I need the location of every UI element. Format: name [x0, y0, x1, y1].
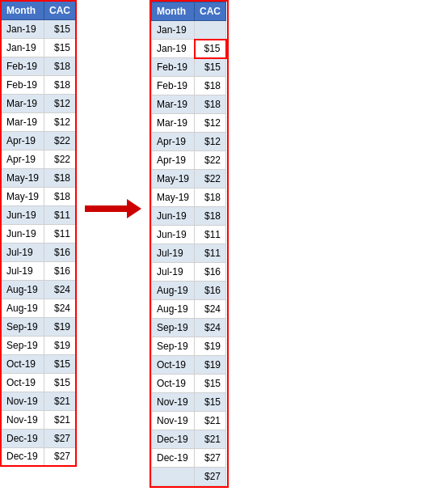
- table-row: Jun-19$11: [1, 224, 76, 243]
- table-row: Sep-19$24: [152, 319, 226, 337]
- cac-cell: $27: [44, 429, 77, 447]
- left-table: Month CAC Jan-19$15Jan-19$15Feb-19$18Feb…: [0, 0, 77, 467]
- month-cell: Oct-19: [1, 373, 44, 392]
- cac-cell: $18: [195, 95, 226, 114]
- month-cell: Feb-19: [152, 77, 195, 95]
- table-row: Jul-19$16: [1, 243, 76, 261]
- table-row: Dec-19$27: [1, 429, 76, 447]
- month-cell: Aug-19: [1, 280, 44, 299]
- table-row: Aug-19$24: [152, 300, 226, 319]
- table-row: Nov-19$21: [1, 392, 76, 410]
- month-cell: Feb-19: [1, 75, 44, 94]
- month-cell: Nov-19: [152, 412, 195, 430]
- cac-cell: $22: [195, 170, 226, 188]
- cac-cell: $16: [195, 263, 226, 282]
- table-row: Oct-19$19: [152, 356, 226, 375]
- month-cell: Feb-19: [1, 57, 44, 75]
- table-row: May-19$22: [152, 170, 226, 188]
- right-table-section: Month CAC Jan-19Jan-19$15Feb-19$15Feb-19…: [149, 0, 229, 488]
- table-row: Mar-19$12: [1, 112, 76, 131]
- cac-cell: $18: [195, 207, 226, 226]
- month-cell: Apr-19: [1, 131, 44, 150]
- month-cell: Jan-19: [152, 21, 195, 40]
- cac-cell: $16: [195, 282, 226, 300]
- month-cell: Dec-19: [1, 447, 44, 466]
- month-cell: Jul-19: [1, 243, 44, 261]
- cac-cell: $19: [44, 336, 77, 354]
- table-row: Jun-19$11: [1, 205, 76, 224]
- cac-cell: $15: [44, 38, 77, 57]
- month-cell: May-19: [152, 188, 195, 207]
- cac-cell: $11: [195, 244, 226, 263]
- table-row: Jan-19$15: [152, 40, 226, 58]
- month-cell: Sep-19: [1, 317, 44, 336]
- table-row: Oct-19$15: [1, 373, 76, 392]
- table-row: Oct-19$15: [152, 375, 226, 393]
- table-row: May-19$18: [1, 187, 76, 205]
- table-row: Nov-19$15: [152, 393, 226, 412]
- table-row: Dec-19$21: [152, 430, 226, 449]
- table-row: Sep-19$19: [152, 337, 226, 356]
- right-table: Month CAC Jan-19Jan-19$15Feb-19$15Feb-19…: [151, 2, 227, 486]
- month-cell: Aug-19: [152, 282, 195, 300]
- table-row: Aug-19$24: [1, 299, 76, 317]
- table-row: Jan-19: [152, 21, 226, 40]
- month-cell: Sep-19: [152, 319, 195, 337]
- cac-cell: $19: [195, 356, 226, 375]
- month-cell: Apr-19: [152, 133, 195, 151]
- month-cell: Mar-19: [152, 114, 195, 133]
- table-row: Oct-19$15: [1, 354, 76, 373]
- cac-cell: $18: [44, 75, 77, 94]
- cac-cell: $18: [44, 57, 77, 75]
- month-cell: May-19: [152, 170, 195, 188]
- table-row: Sep-19$19: [1, 336, 76, 354]
- table-row: Jul-19$16: [1, 261, 76, 280]
- cac-cell: $27: [195, 449, 226, 468]
- cac-cell: $12: [195, 114, 226, 133]
- month-cell: May-19: [1, 187, 44, 205]
- cac-cell: $15: [195, 393, 226, 412]
- table-row: Aug-19$16: [152, 282, 226, 300]
- cac-cell: $15: [195, 375, 226, 393]
- cac-cell: $19: [195, 337, 226, 356]
- month-cell: Jan-19: [1, 19, 44, 38]
- cac-cell: $22: [44, 131, 77, 150]
- cac-cell: $16: [44, 261, 77, 280]
- cac-cell: $15: [195, 40, 226, 58]
- cac-cell: $22: [44, 150, 77, 168]
- table-row: Feb-19$15: [152, 58, 226, 77]
- month-cell: Jun-19: [152, 226, 195, 244]
- cac-cell: $27: [44, 447, 77, 466]
- table-row: $27: [152, 468, 226, 486]
- table-row: Jun-19$11: [152, 226, 226, 244]
- cac-cell: $21: [195, 412, 226, 430]
- table-row: Jan-19$15: [1, 19, 76, 38]
- right-table-border: Month CAC Jan-19Jan-19$15Feb-19$15Feb-19…: [149, 0, 229, 488]
- cac-cell: $11: [44, 224, 77, 243]
- cac-cell: $15: [44, 19, 77, 38]
- cac-cell: $27: [195, 468, 226, 486]
- month-cell: Nov-19: [1, 392, 44, 410]
- month-cell: Dec-19: [1, 429, 44, 447]
- month-cell: Jun-19: [1, 224, 44, 243]
- cac-cell: $22: [195, 151, 226, 170]
- cac-cell: $21: [44, 392, 77, 410]
- cac-cell: $24: [195, 300, 226, 319]
- cac-cell: $15: [195, 58, 226, 77]
- table-row: Apr-19$22: [1, 131, 76, 150]
- table-row: Nov-19$21: [1, 410, 76, 429]
- month-cell: Jan-19: [152, 40, 195, 58]
- page-wrapper: Month CAC Jan-19$15Jan-19$15Feb-19$18Feb…: [0, 0, 421, 488]
- month-cell: [152, 468, 195, 486]
- table-row: Feb-19$18: [1, 75, 76, 94]
- cac-cell: $19: [44, 317, 77, 336]
- month-cell: Mar-19: [1, 112, 44, 131]
- month-cell: Jun-19: [1, 205, 44, 224]
- cac-cell: $11: [195, 226, 226, 244]
- left-header-cac: CAC: [44, 1, 77, 19]
- table-row: Sep-19$19: [1, 317, 76, 336]
- month-cell: Aug-19: [1, 299, 44, 317]
- month-cell: Mar-19: [1, 94, 44, 112]
- cac-cell: $24: [44, 299, 77, 317]
- month-cell: Mar-19: [152, 95, 195, 114]
